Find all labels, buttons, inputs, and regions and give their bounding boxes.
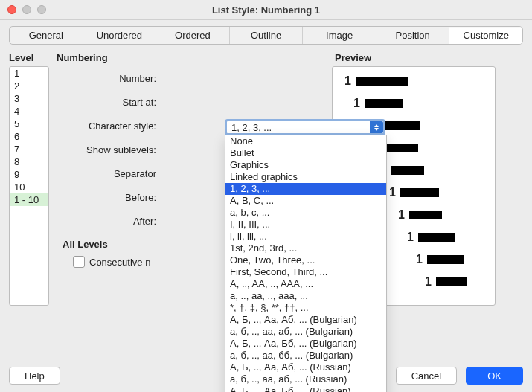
number-option[interactable]: None xyxy=(225,135,386,147)
show-sublevels-label: Show sublevels: xyxy=(63,144,161,155)
tab-ordered[interactable]: Ordered xyxy=(156,27,230,44)
preview-number: 1 xyxy=(398,208,405,222)
level-item[interactable]: 4 xyxy=(10,105,48,118)
level-item[interactable]: 3 xyxy=(10,92,48,105)
preview-number: 1 xyxy=(407,231,414,244)
level-list[interactable]: 123456789101 - 10 xyxy=(9,66,49,306)
number-option[interactable]: а, б, .., аа, бб, ... (Bulgarian) xyxy=(225,350,386,362)
preview-bar xyxy=(356,77,408,86)
number-dropdown[interactable]: NoneBulletGraphicsLinked graphics1, 2, 3… xyxy=(225,135,387,392)
separator-label: Separator xyxy=(63,168,161,179)
level-heading: Level xyxy=(9,52,57,63)
tab-customize[interactable]: Customize xyxy=(449,27,522,44)
preview-bar xyxy=(436,277,467,286)
number-option[interactable]: а, б, .., аа, аб, ... (Russian) xyxy=(225,373,386,385)
preview-bar xyxy=(418,233,455,242)
preview-number: 1 xyxy=(353,97,360,110)
level-item[interactable]: 8 xyxy=(10,155,48,168)
after-label: After: xyxy=(63,216,161,227)
number-option[interactable]: First, Second, Third, ... xyxy=(225,266,386,278)
stepper-icon[interactable] xyxy=(370,121,383,133)
before-label: Before: xyxy=(63,192,161,203)
number-field[interactable]: 1, 2, 3, ... xyxy=(225,119,385,135)
level-item[interactable]: 1 xyxy=(10,67,48,80)
number-option[interactable]: a, .., aa, .., aaa, ... xyxy=(225,290,386,302)
titlebar: List Style: Numbering 1 xyxy=(0,0,532,20)
number-combo[interactable]: 1, 2, 3, ... NoneBulletGraphicsLinked gr… xyxy=(225,119,385,135)
window-title: List Style: Numbering 1 xyxy=(0,4,532,16)
level-item[interactable]: 1 - 10 xyxy=(10,193,48,206)
help-button[interactable]: Help xyxy=(9,367,60,385)
number-option[interactable]: a, b, c, ... xyxy=(225,207,386,219)
level-item[interactable]: 2 xyxy=(10,80,48,92)
preview-row: 1 xyxy=(333,97,403,110)
section-headers: Level Numbering Preview xyxy=(9,52,523,63)
preview-bar xyxy=(382,144,418,152)
level-item[interactable]: 9 xyxy=(10,168,48,181)
number-option[interactable]: *, †, ‡, §, **, ††, ... xyxy=(225,302,386,314)
preview-number: 1 xyxy=(416,253,423,266)
number-option[interactable]: Bullet xyxy=(225,147,386,159)
preview-heading: Preview xyxy=(335,52,523,63)
tab-general[interactable]: General xyxy=(10,27,83,44)
level-item[interactable]: 6 xyxy=(10,130,48,143)
number-option[interactable]: A, B, C, ... xyxy=(225,195,386,207)
tab-image[interactable]: Image xyxy=(303,27,376,44)
number-option[interactable]: А, Б, .., Аа, Бб, ... (Russian) xyxy=(225,385,386,392)
start-at-label: Start at: xyxy=(63,97,161,108)
preview-row: 1 xyxy=(333,74,408,88)
number-option[interactable]: А, Б, .., Аа, Бб, ... (Bulgarian) xyxy=(225,338,386,350)
numbering-heading: Numbering xyxy=(57,52,335,63)
number-option[interactable]: Linked graphics xyxy=(225,171,386,183)
number-option[interactable]: A, .., AA, .., AAA, ... xyxy=(225,278,386,290)
tab-position[interactable]: Position xyxy=(376,27,450,44)
number-option[interactable]: i, ii, iii, ... xyxy=(225,231,386,242)
level-item[interactable]: 10 xyxy=(10,181,48,193)
number-option[interactable]: А, Б, .., Аа, Аб, ... (Bulgarian) xyxy=(225,314,386,326)
tab-bar: GeneralUnorderedOrderedOutlineImagePosit… xyxy=(9,26,523,45)
char-style-label: Character style: xyxy=(63,121,161,132)
preview-bar xyxy=(427,255,464,264)
level-item[interactable]: 5 xyxy=(10,118,48,130)
number-option[interactable]: 1, 2, 3, ... xyxy=(225,183,386,195)
number-option[interactable]: Graphics xyxy=(225,159,386,171)
tab-outline[interactable]: Outline xyxy=(230,27,304,44)
consecutive-label: Consecutive n xyxy=(89,257,150,268)
consecutive-checkbox[interactable] xyxy=(73,256,85,268)
ok-button[interactable]: OK xyxy=(466,367,523,385)
number-value: 1, 2, 3, ... xyxy=(227,122,370,133)
window: List Style: Numbering 1 GeneralUnordered… xyxy=(0,0,532,392)
preview-bar xyxy=(365,99,403,108)
number-option[interactable]: а, б, .., аа, аб, ... (Bulgarian) xyxy=(225,326,386,338)
preview-bar xyxy=(409,211,442,219)
number-option[interactable]: А, Б, .., Аа, Аб, ... (Russian) xyxy=(225,362,386,373)
preview-number: 1 xyxy=(389,186,396,199)
number-label: Number: xyxy=(63,73,161,84)
preview-number: 1 xyxy=(344,74,351,88)
tab-unordered[interactable]: Unordered xyxy=(83,27,157,44)
number-option[interactable]: One, Two, Three, ... xyxy=(225,254,386,266)
preview-bar xyxy=(391,166,424,175)
preview-bar xyxy=(400,188,439,197)
cancel-button[interactable]: Cancel xyxy=(396,367,457,385)
preview-number: 1 xyxy=(425,275,432,289)
level-item[interactable]: 7 xyxy=(10,143,48,155)
number-option[interactable]: 1st, 2nd, 3rd, ... xyxy=(225,242,386,254)
number-option[interactable]: I, II, III, ... xyxy=(225,219,386,231)
